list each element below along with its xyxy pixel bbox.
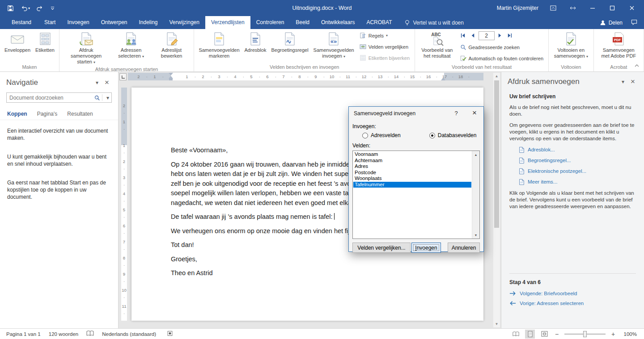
ribbon-tab[interactable]: Beeld <box>290 16 315 29</box>
rules-button[interactable]: Regels ▾ <box>358 31 411 41</box>
close-window-button[interactable] <box>627 3 637 13</box>
zoom-slider-thumb[interactable] <box>583 331 587 337</box>
insert-button[interactable]: Invoegen <box>411 243 441 253</box>
ribbon-tab[interactable]: Verwijzingen <box>164 16 205 29</box>
greeting-line-button[interactable]: Begroetingsregel <box>269 30 310 63</box>
match-fields-button[interactable]: Velden vergelijken <box>358 42 411 52</box>
proofing-status[interactable] <box>86 331 94 337</box>
tell-me-box[interactable]: Vertel wat u wilt doen <box>404 16 464 29</box>
last-record-button[interactable] <box>505 31 514 40</box>
merge-field-option[interactable]: Voornaam <box>353 151 471 158</box>
navpane-close-button[interactable]: × <box>102 78 112 87</box>
undo-button[interactable]: ▾ <box>21 5 30 12</box>
address-block-button[interactable]: Adresblok <box>242 30 269 63</box>
right-indent-marker[interactable] <box>441 78 445 80</box>
ribbon-display-options-button[interactable] <box>548 3 558 13</box>
taskpane-link[interactable]: Begroetingsregel... <box>518 157 636 164</box>
zoom-level[interactable]: 100% <box>621 331 637 337</box>
wizard-previous-link[interactable]: Vorige: Adressen selecteren <box>509 301 636 306</box>
labels-button[interactable]: Etiketten <box>33 30 57 63</box>
language-indicator[interactable]: Nederlands (standaard) <box>102 331 156 337</box>
ribbon-tab[interactable]: Start <box>38 16 61 29</box>
ribbon-tab[interactable]: Indeling <box>133 16 163 29</box>
ribbon-tab[interactable]: Invoegen <box>61 16 95 29</box>
preview-results-button[interactable]: ABC Voorbeeld van het resultaat <box>417 30 457 63</box>
finish-and-merge-button[interactable]: Voltooien en samenvoegen ▾ <box>551 30 591 63</box>
first-record-button[interactable] <box>459 31 468 40</box>
customize-quick-access-button[interactable] <box>50 6 55 11</box>
check-for-errors-button[interactable]: Automatisch op fouten controleren <box>459 54 545 63</box>
taskpane-close-button[interactable]: × <box>628 77 638 86</box>
first-line-indent-marker[interactable] <box>169 73 173 75</box>
ribbon-tab[interactable]: Controleren <box>250 16 290 29</box>
web-layout-view-button[interactable] <box>539 330 549 339</box>
print-layout-view-button[interactable] <box>525 330 535 339</box>
scrollbar-thumb[interactable] <box>494 80 499 228</box>
scroll-down-icon[interactable]: ▼ <box>472 231 479 239</box>
navpane-options-button[interactable]: ▾ <box>92 80 102 86</box>
database-fields-radio[interactable]: Databasevelden <box>429 132 477 138</box>
collapse-ribbon-button[interactable] <box>634 63 640 69</box>
dialog-help-button[interactable]: ? <box>449 107 463 120</box>
merge-field-option[interactable]: Adres <box>353 163 471 170</box>
document-scrollbar[interactable]: ▲ ▼ <box>493 73 500 327</box>
listbox-scrollbar[interactable]: ▲ ▼ <box>472 151 479 239</box>
merge-field-option[interactable]: Tafelnummer <box>353 182 471 188</box>
cancel-button[interactable]: Annuleren <box>448 243 480 253</box>
zoom-out-button[interactable]: − <box>554 331 560 338</box>
tab-stop-selector[interactable] <box>119 73 127 80</box>
share-button[interactable]: Delen <box>600 20 623 26</box>
left-indent-marker[interactable] <box>169 79 173 80</box>
maximize-button[interactable] <box>607 3 617 13</box>
feedback-button[interactable] <box>631 19 638 27</box>
taskpane-link[interactable]: Elektronische postzegel... <box>518 168 636 175</box>
previous-record-button[interactable] <box>469 31 478 40</box>
ribbon-tab[interactable]: Ontwikkelaars <box>315 16 360 29</box>
signed-in-user[interactable]: Martin Gijzemijter <box>497 5 538 11</box>
search-icon[interactable] <box>94 95 100 101</box>
ribbon-tab[interactable]: ACROBAT <box>360 16 398 29</box>
scroll-up-icon[interactable]: ▲ <box>493 73 500 80</box>
search-options-button[interactable]: ▾ <box>104 95 111 101</box>
zoom-slider[interactable] <box>564 334 606 335</box>
taskpane-options-button[interactable]: ▾ <box>618 79 628 85</box>
macro-recording-button[interactable] <box>167 331 173 337</box>
next-record-button[interactable] <box>496 31 504 40</box>
find-recipient-button[interactable]: Geadresseerde zoeken <box>459 42 545 52</box>
fit-window-button[interactable] <box>568 3 578 13</box>
edit-recipient-list-button[interactable]: Adreslijst bewerken <box>152 30 192 66</box>
save-button[interactable] <box>7 5 14 12</box>
zoom-in-button[interactable]: + <box>610 331 616 338</box>
select-recipients-button[interactable]: Adressen selecteren ▾ <box>111 30 151 66</box>
ribbon-tab[interactable]: Ontwerpen <box>95 16 133 29</box>
insert-merge-field-button[interactable]: «» Samenvoegvelden invoegen ▾ <box>311 30 356 63</box>
repeat-button[interactable] <box>37 5 43 12</box>
address-fields-radio[interactable]: Adresvelden <box>362 132 401 138</box>
taskpane-link[interactable]: Adresblok... <box>518 146 636 153</box>
read-mode-view-button[interactable] <box>511 330 521 339</box>
merge-to-adobe-pdf-button[interactable]: PDF Samenvoegen met Adobe PDF <box>596 30 641 63</box>
scroll-down-icon[interactable]: ▼ <box>493 321 500 327</box>
ribbon-tab[interactable]: Bestand <box>4 16 38 29</box>
page-indicator[interactable]: Pagina 1 van 1 <box>6 331 41 337</box>
minimize-button[interactable] <box>588 3 597 13</box>
navpane-tab[interactable]: Pagina's <box>37 111 58 117</box>
scroll-up-icon[interactable]: ▲ <box>472 151 479 158</box>
envelopes-button[interactable]: Enveloppen <box>2 30 33 63</box>
wizard-next-link[interactable]: Volgende: Briefvoorbeeld <box>509 291 636 296</box>
merge-field-option[interactable]: Postcode <box>353 170 471 176</box>
ribbon-tab[interactable]: Verzendlijsten <box>205 16 250 29</box>
match-fields-dialog-button[interactable]: Velden vergelijken... <box>352 243 411 253</box>
merge-field-option[interactable]: Woonplaats <box>353 176 471 182</box>
highlight-merge-fields-button[interactable]: Samenvoegvelden markeren <box>196 30 242 63</box>
navpane-tab[interactable]: Koppen <box>7 111 27 117</box>
dialog-titlebar[interactable]: Samenvoegveld invoegen ? × <box>349 107 483 120</box>
navpane-tab[interactable]: Resultaten <box>67 111 93 117</box>
merge-field-option[interactable]: Achternaam <box>353 158 471 164</box>
record-number-input[interactable] <box>479 31 495 40</box>
dialog-close-button[interactable]: × <box>466 107 483 120</box>
search-input[interactable] <box>9 95 94 101</box>
start-mail-merge-button[interactable]: Afdruk samenvoegen starten ▾ <box>62 30 110 66</box>
taskpane-link[interactable]: Meer items... <box>518 179 636 185</box>
word-count[interactable]: 120 woorden <box>49 331 79 337</box>
